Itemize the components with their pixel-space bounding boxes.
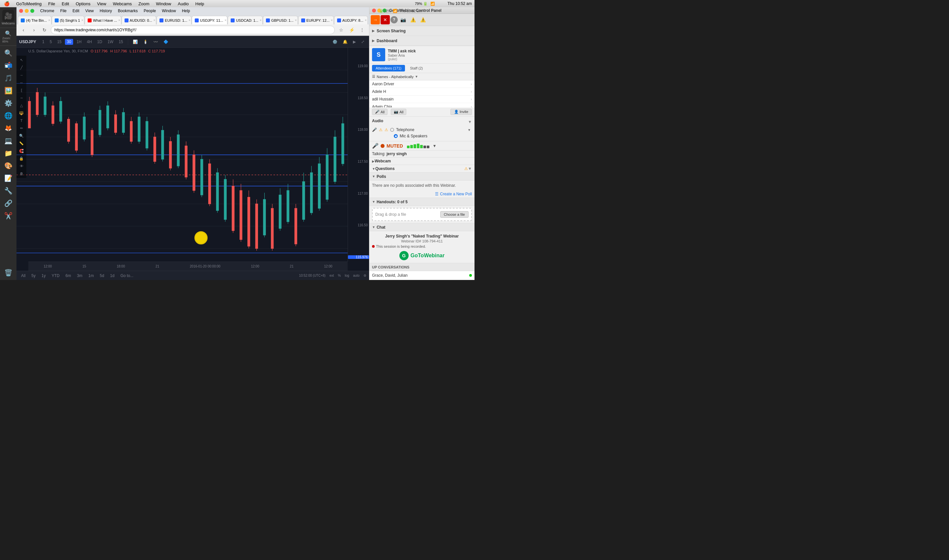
- chrome-file[interactable]: File: [59, 8, 68, 14]
- names-sort-btn[interactable]: ☰ Names - Alphabetically ▼: [372, 74, 472, 79]
- zoom-tool[interactable]: 🔍: [17, 132, 26, 139]
- telephone-radio[interactable]: [390, 128, 394, 132]
- timeframe-1h[interactable]: 1H: [74, 39, 83, 45]
- telephone-option[interactable]: 🎤 ⚠ ⚠ Telephone ▼: [372, 126, 472, 133]
- brush-tool[interactable]: ✏: [17, 125, 26, 132]
- hline-tool[interactable]: ─: [17, 79, 26, 86]
- extensions-button[interactable]: ⚡: [347, 26, 356, 34]
- choose-file-button[interactable]: Choose a file: [440, 211, 468, 218]
- tab-1[interactable]: (4) The Bin... ×: [18, 16, 51, 25]
- tab-close[interactable]: ×: [188, 18, 191, 22]
- area-btn[interactable]: 🔷: [162, 39, 170, 45]
- zoom-dock-item[interactable]: 🔍 Zoom: 85%: [2, 29, 14, 44]
- chrome-edit[interactable]: Edit: [71, 8, 81, 14]
- tab-5[interactable]: EURUSD: 1... ×: [157, 16, 191, 25]
- pattern-tool[interactable]: △: [17, 102, 26, 109]
- tab-2[interactable]: (5) Singh's 1 ×: [52, 16, 85, 25]
- url-bar[interactable]: [51, 26, 335, 34]
- timeframe-1[interactable]: 1: [40, 39, 46, 45]
- apple-menu[interactable]: 🍎: [3, 0, 11, 7]
- webcam-row[interactable]: ▶ Webcam: [370, 157, 474, 165]
- chrome-menu[interactable]: Chrome: [39, 8, 56, 14]
- timerange-3m[interactable]: 3m: [75, 273, 84, 279]
- mail-dock[interactable]: 📬: [2, 60, 14, 71]
- questions-gear-icon[interactable]: ▼: [468, 166, 472, 171]
- refresh-button[interactable]: ↻: [40, 26, 49, 34]
- attendee-adil[interactable]: adil Hussain ›: [370, 95, 474, 103]
- fib-tool[interactable]: ∼: [17, 94, 26, 102]
- lock-tool[interactable]: 🔒: [17, 155, 26, 162]
- channel-tool[interactable]: ⟦: [17, 87, 26, 94]
- attendee-adele[interactable]: Adele H ›: [370, 88, 474, 95]
- dashboard-header[interactable]: ▶ Dashboard: [370, 36, 474, 46]
- chrome-people[interactable]: People: [142, 8, 157, 14]
- tab-close[interactable]: ×: [118, 18, 120, 22]
- magnet-tool[interactable]: 🧲: [17, 147, 26, 154]
- tab-close[interactable]: ×: [365, 18, 367, 22]
- telephone-dropdown-icon[interactable]: ▼: [467, 127, 472, 132]
- timerange-1m[interactable]: 1m: [86, 273, 96, 279]
- chart-indicator-circle[interactable]: [194, 231, 208, 245]
- search-dock[interactable]: 🔍: [2, 47, 14, 59]
- music-dock[interactable]: 🎵: [2, 72, 14, 84]
- timerange-ytd[interactable]: YTD: [50, 273, 62, 279]
- invite-button[interactable]: 👤 Invite: [450, 109, 472, 115]
- tab-close[interactable]: ×: [295, 18, 297, 22]
- candle-btn[interactable]: 🕯️: [141, 39, 150, 45]
- mic-speakers-option[interactable]: Mic & Speakers: [372, 133, 472, 139]
- tab-9[interactable]: EURJPY: 12... ×: [298, 16, 334, 25]
- volume-dropdown-icon[interactable]: ▼: [433, 144, 437, 148]
- app4-dock[interactable]: 🔗: [2, 197, 14, 209]
- chrome-view[interactable]: View: [84, 8, 95, 14]
- all-mic-btn[interactable]: 🎤 All: [372, 109, 388, 115]
- close-btn[interactable]: [19, 9, 23, 13]
- timerange-all[interactable]: All: [19, 273, 27, 279]
- finder-dock[interactable]: 📁: [2, 147, 14, 159]
- back-button[interactable]: ‹: [19, 26, 28, 34]
- tab-close[interactable]: ×: [48, 18, 50, 22]
- mute-icon[interactable]: 🎤: [372, 143, 379, 149]
- tab-close[interactable]: ×: [331, 18, 333, 22]
- chrome-history[interactable]: History: [99, 8, 113, 14]
- maximize-btn[interactable]: [30, 9, 34, 13]
- chat-header[interactable]: ▼ Chat: [370, 223, 474, 231]
- handouts-upload-area[interactable]: Drag & drop a file Choose a file: [372, 208, 472, 221]
- app2-dock[interactable]: 📝: [2, 172, 14, 184]
- chart-canvas[interactable]: U.S. Dollar/Japanese Yen, 30, FXCM O 117…: [17, 48, 369, 271]
- forward-button[interactable]: ›: [30, 26, 38, 34]
- timerange-1y[interactable]: 1y: [40, 273, 48, 279]
- camera-icon-btn[interactable]: 📷: [398, 15, 408, 25]
- timerange-5y[interactable]: 5y: [29, 273, 38, 279]
- timeframe-30[interactable]: 30: [65, 39, 73, 45]
- ray-tool[interactable]: →: [17, 71, 26, 79]
- pitchfork-tool[interactable]: 🔱: [17, 109, 26, 117]
- timerange-6m[interactable]: 6m: [63, 273, 73, 279]
- all-cam-btn[interactable]: 📷 All: [391, 109, 406, 115]
- webcam-dock-icon[interactable]: 🎥 Webcams: [2, 9, 14, 26]
- edit-menu[interactable]: Edit: [60, 1, 70, 7]
- minimize-btn[interactable]: [25, 9, 29, 13]
- tab-3[interactable]: What I Have ... ×: [85, 16, 121, 25]
- timerange-1d[interactable]: 1d: [108, 273, 116, 279]
- chrome-help[interactable]: Help: [180, 8, 191, 14]
- tab-close[interactable]: ×: [260, 18, 262, 22]
- window-menu[interactable]: Window: [154, 1, 173, 7]
- gotomeeting-menu[interactable]: GoToMeeting: [15, 1, 43, 7]
- panel-close[interactable]: [372, 9, 376, 12]
- audio-menu[interactable]: Audio: [177, 1, 190, 7]
- attendees-tab[interactable]: Attendees (171): [372, 65, 405, 71]
- audio-gear-icon[interactable]: ▼: [468, 120, 472, 124]
- chrome-window[interactable]: Window: [160, 8, 177, 14]
- goto-btn[interactable]: Go to...: [118, 273, 135, 279]
- photos-dock[interactable]: 🖼️: [2, 85, 14, 97]
- timeframe-other[interactable]: 15: [117, 39, 125, 45]
- line-btn[interactable]: 〰️: [151, 39, 160, 45]
- app3-dock[interactable]: 🔧: [2, 185, 14, 197]
- screen-sharing-header[interactable]: ▶ Screen Sharing: [370, 26, 474, 36]
- text-tool[interactable]: T: [17, 117, 26, 124]
- chrome-menu-button[interactable]: ⋮: [358, 26, 367, 34]
- alert2-icon-btn[interactable]: ⚠️: [418, 15, 427, 25]
- timeframe-15[interactable]: 15: [55, 39, 63, 45]
- firefox-dock[interactable]: 🦊: [2, 122, 14, 134]
- timeframe-1d[interactable]: 1D: [95, 39, 104, 45]
